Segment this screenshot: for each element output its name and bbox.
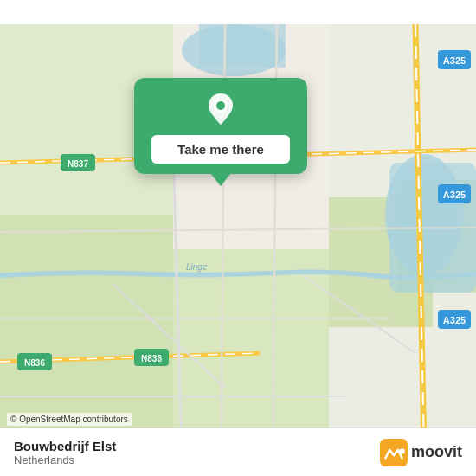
location-info: Bouwbedrijf Elst Netherlands bbox=[14, 439, 116, 466]
svg-point-42 bbox=[399, 448, 404, 453]
svg-point-40 bbox=[216, 101, 225, 110]
svg-text:N837: N837 bbox=[68, 159, 88, 169]
svg-text:N836: N836 bbox=[24, 358, 45, 368]
moovit-brand-text: moovit bbox=[411, 443, 462, 461]
svg-text:N836: N836 bbox=[141, 354, 162, 363]
map-container: A325 A325 A325 N837 N836 N836 Linge bbox=[0, 0, 476, 476]
map-attribution: © OpenStreetMap contributors bbox=[7, 413, 132, 426]
location-country: Netherlands bbox=[14, 453, 116, 466]
svg-text:Linge: Linge bbox=[186, 262, 208, 272]
location-pin-icon bbox=[203, 92, 238, 126]
location-name: Bouwbedrijf Elst bbox=[14, 439, 116, 453]
popup-card: Take me there bbox=[134, 78, 307, 174]
take-me-there-button[interactable]: Take me there bbox=[151, 135, 290, 164]
svg-rect-8 bbox=[199, 24, 286, 68]
moovit-logo: moovit bbox=[380, 439, 462, 466]
svg-rect-3 bbox=[173, 249, 329, 452]
moovit-logo-icon bbox=[380, 439, 408, 466]
svg-text:A325: A325 bbox=[443, 190, 466, 200]
bottom-bar: Bouwbedrijf Elst Netherlands moovit bbox=[0, 428, 476, 476]
svg-text:A325: A325 bbox=[443, 315, 466, 325]
svg-text:A325: A325 bbox=[443, 55, 466, 66]
map-background: A325 A325 A325 N837 N836 N836 Linge bbox=[0, 0, 476, 476]
